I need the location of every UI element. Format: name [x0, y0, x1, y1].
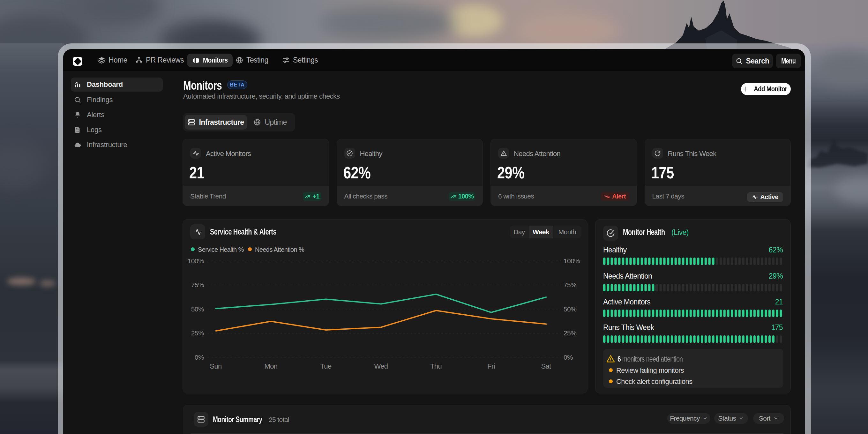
- svg-text:Sun: Sun: [210, 362, 221, 370]
- svg-text:Mon: Mon: [265, 362, 278, 370]
- svg-text:Wed: Wed: [374, 362, 388, 370]
- svg-text:75%: 75%: [191, 281, 204, 288]
- svg-text:100%: 100%: [564, 257, 580, 265]
- svg-text:Sat: Sat: [541, 362, 551, 370]
- svg-text:Tue: Tue: [320, 362, 332, 370]
- svg-text:75%: 75%: [564, 281, 576, 288]
- svg-text:25%: 25%: [564, 329, 576, 337]
- svg-text:0%: 0%: [195, 353, 204, 361]
- svg-text:50%: 50%: [191, 305, 204, 313]
- svg-text:50%: 50%: [564, 305, 576, 313]
- svg-text:0%: 0%: [564, 353, 573, 361]
- svg-text:100%: 100%: [188, 257, 204, 265]
- svg-text:25%: 25%: [191, 329, 204, 337]
- svg-text:Thu: Thu: [430, 362, 442, 370]
- svg-text:Fri: Fri: [487, 362, 495, 370]
